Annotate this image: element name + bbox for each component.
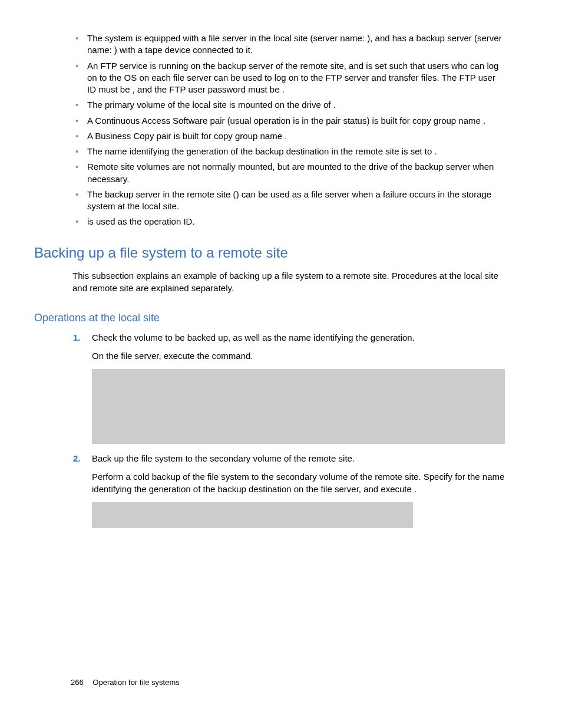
- text: .: [285, 131, 287, 141]
- text: ) with a tape device connected to it.: [114, 45, 253, 55]
- step-title: Back up the file system to the secondary…: [92, 453, 355, 463]
- text: The primary volume of the local site is …: [87, 100, 302, 110]
- page-content: The system is equipped with a file serve…: [0, 0, 562, 728]
- list-item: A Continuous Access Software pair (usual…: [34, 115, 506, 127]
- step-body: Perform a cold backup of the file system…: [92, 470, 506, 495]
- code-block: [92, 502, 413, 528]
- text: Perform a cold backup of the file system…: [92, 472, 455, 482]
- list-item: The system is equipped with a file serve…: [34, 32, 506, 57]
- list-item: The primary volume of the local site is …: [34, 99, 506, 111]
- step-body: On the file server, execute the command.: [92, 350, 506, 362]
- text: The backup server in the remote site (: [87, 189, 236, 199]
- text: command.: [211, 351, 253, 361]
- text: On the file server, execute the: [92, 351, 211, 361]
- text: .: [483, 116, 485, 126]
- text: Remote site volumes are not normally mou…: [87, 162, 369, 172]
- step-title: Check the volume to be backed up, as wel…: [92, 332, 415, 342]
- list-item: Remote site volumes are not normally mou…: [34, 161, 506, 185]
- text: .: [282, 84, 285, 94]
- procedure-step: Check the volume to be backed up, as wel…: [34, 331, 506, 444]
- text: The system is equipped with a file serve…: [87, 33, 367, 43]
- procedure-list: Check the volume to be backed up, as wel…: [34, 331, 506, 528]
- text: , and the FTP user password must be: [133, 84, 282, 94]
- list-item: The backup server in the remote site () …: [34, 189, 506, 213]
- text: .: [435, 146, 437, 156]
- code-block: [92, 369, 505, 444]
- text: is used as the operation ID.: [87, 216, 195, 226]
- section-heading: Backing up a file system to a remote sit…: [34, 245, 506, 261]
- list-item: A Business Copy pair is built for copy g…: [34, 130, 506, 142]
- section-intro: This subsection explains an example of b…: [72, 269, 506, 294]
- text: The name identifying the generation of t…: [87, 146, 435, 156]
- text: A Business Copy pair is built for copy g…: [87, 131, 285, 141]
- list-item: An FTP service is running on the backup …: [34, 60, 506, 96]
- text: .: [333, 100, 336, 110]
- page-number: 266: [71, 678, 84, 687]
- procedure-step: Back up the file system to the secondary…: [34, 452, 506, 528]
- page-footer: 266 Operation for file systems: [71, 678, 180, 687]
- text: .: [414, 484, 416, 494]
- list-item: The name identifying the generation of t…: [34, 146, 506, 157]
- list-item: is used as the operation ID.: [34, 216, 506, 228]
- footer-title: Operation for file systems: [92, 678, 179, 687]
- prerequisites-list: The system is equipped with a file serve…: [34, 32, 506, 228]
- subsection-heading: Operations at the local site: [34, 312, 506, 324]
- text: A Continuous Access Software pair (usual…: [87, 116, 483, 126]
- text: drive of: [302, 100, 333, 110]
